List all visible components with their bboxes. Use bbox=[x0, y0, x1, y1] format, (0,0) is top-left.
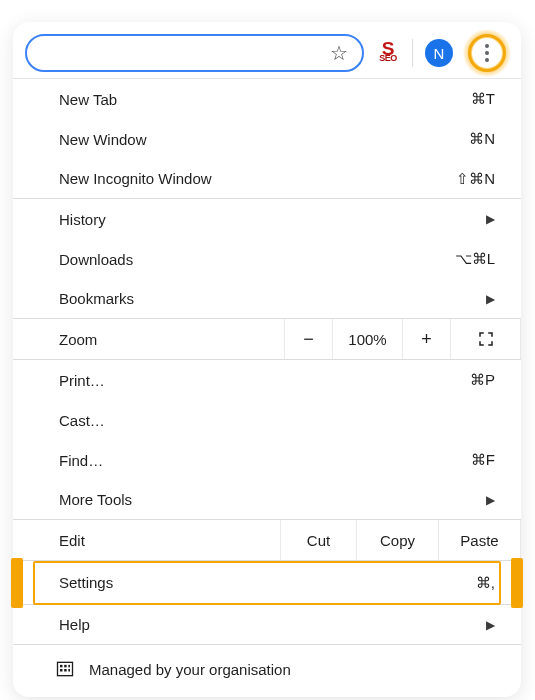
svg-rect-5 bbox=[64, 669, 67, 672]
profile-avatar[interactable]: N bbox=[425, 39, 453, 67]
chevron-right-icon: ▶ bbox=[486, 493, 495, 507]
menu-label: Downloads bbox=[59, 251, 455, 268]
menu-item-more-tools[interactable]: More Tools ▶ bbox=[13, 480, 521, 520]
menu-label: Zoom bbox=[59, 331, 284, 348]
chevron-right-icon: ▶ bbox=[486, 212, 495, 226]
svg-rect-3 bbox=[68, 665, 70, 668]
edit-controls: Cut Copy Paste bbox=[280, 520, 521, 560]
menu-label: New Incognito Window bbox=[59, 170, 456, 187]
menu-item-history[interactable]: History ▶ bbox=[13, 199, 521, 239]
menu-item-new-incognito[interactable]: New Incognito Window ⇧⌘N bbox=[13, 159, 521, 199]
menu-label: Cast… bbox=[59, 412, 495, 429]
zoom-in-button[interactable]: + bbox=[403, 319, 451, 359]
toolbar-divider bbox=[412, 39, 413, 67]
zoom-controls: − 100% + bbox=[284, 319, 521, 359]
fullscreen-button[interactable] bbox=[451, 319, 521, 359]
menu-label: New Window bbox=[59, 131, 469, 148]
chrome-menu-button-highlight bbox=[465, 31, 509, 75]
browser-window: ☆ SSEO N New Tab ⌘T New Window ⌘N New I bbox=[13, 22, 521, 697]
building-icon bbox=[55, 659, 75, 679]
svg-rect-2 bbox=[64, 665, 67, 668]
menu-item-print[interactable]: Print… ⌘P bbox=[13, 360, 521, 400]
menu-item-find[interactable]: Find… ⌘F bbox=[13, 440, 521, 480]
menu-item-settings[interactable]: Settings ⌘, bbox=[13, 561, 521, 605]
fullscreen-icon bbox=[477, 330, 495, 348]
menu-shortcut: ⌘P bbox=[470, 371, 495, 389]
chevron-right-icon: ▶ bbox=[486, 618, 495, 632]
menu-item-managed[interactable]: Managed by your organisation bbox=[13, 645, 521, 697]
menu-item-help[interactable]: Help ▶ bbox=[13, 605, 521, 645]
menu-label: History bbox=[59, 211, 486, 228]
menu-label: Print… bbox=[59, 372, 470, 389]
svg-rect-1 bbox=[60, 665, 63, 668]
chrome-menu: New Tab ⌘T New Window ⌘N New Incognito W… bbox=[13, 78, 521, 697]
menu-item-new-tab[interactable]: New Tab ⌘T bbox=[13, 79, 521, 119]
edit-paste-button[interactable]: Paste bbox=[439, 520, 521, 560]
menu-item-zoom: Zoom − 100% + bbox=[13, 319, 521, 360]
menu-label: Help bbox=[59, 616, 486, 633]
menu-label: Settings bbox=[59, 574, 476, 591]
profile-initial: N bbox=[434, 45, 445, 62]
menu-shortcut: ⇧⌘N bbox=[456, 170, 495, 188]
address-bar[interactable]: ☆ bbox=[25, 34, 364, 72]
menu-label: Find… bbox=[59, 452, 471, 469]
zoom-level: 100% bbox=[333, 319, 403, 359]
svg-rect-4 bbox=[60, 669, 63, 672]
menu-shortcut: ⌥⌘L bbox=[455, 250, 495, 268]
bookmark-star-icon[interactable]: ☆ bbox=[330, 41, 348, 65]
menu-label: New Tab bbox=[59, 91, 471, 108]
chevron-right-icon: ▶ bbox=[486, 292, 495, 306]
menu-shortcut: ⌘N bbox=[469, 130, 495, 148]
settings-row-highlight: Settings ⌘, bbox=[13, 561, 521, 605]
menu-label: Edit bbox=[59, 532, 280, 549]
menu-item-edit: Edit Cut Copy Paste bbox=[13, 520, 521, 561]
zoom-out-button[interactable]: − bbox=[285, 319, 333, 359]
edit-cut-button[interactable]: Cut bbox=[281, 520, 357, 560]
managed-label: Managed by your organisation bbox=[89, 661, 291, 678]
menu-label: Bookmarks bbox=[59, 290, 486, 307]
menu-shortcut: ⌘T bbox=[471, 90, 495, 108]
toolbar: ☆ SSEO N bbox=[13, 22, 521, 78]
menu-item-cast[interactable]: Cast… bbox=[13, 400, 521, 440]
menu-label: More Tools bbox=[59, 491, 486, 508]
extension-seo-icon[interactable]: SSEO bbox=[376, 41, 400, 65]
chrome-menu-button[interactable] bbox=[472, 38, 502, 68]
edit-copy-button[interactable]: Copy bbox=[357, 520, 439, 560]
menu-item-downloads[interactable]: Downloads ⌥⌘L bbox=[13, 239, 521, 279]
menu-item-new-window[interactable]: New Window ⌘N bbox=[13, 119, 521, 159]
menu-shortcut: ⌘, bbox=[476, 574, 495, 592]
svg-rect-6 bbox=[68, 669, 70, 672]
menu-shortcut: ⌘F bbox=[471, 451, 495, 469]
menu-item-bookmarks[interactable]: Bookmarks ▶ bbox=[13, 279, 521, 319]
